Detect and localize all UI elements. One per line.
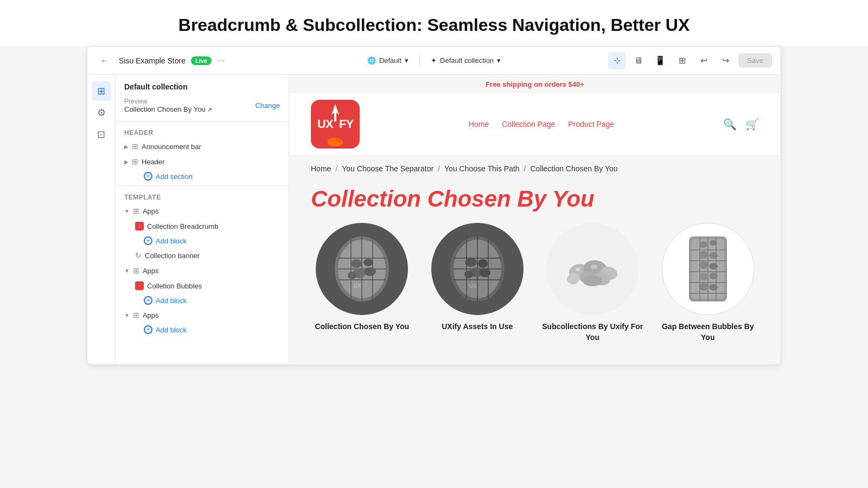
svg-point-60 [699, 261, 709, 269]
preview-info: Preview Collection Chosen By You ↗ [124, 98, 212, 113]
divider [419, 55, 420, 67]
preview-row: Preview Collection Chosen By You ↗ Chang… [116, 95, 289, 119]
breadcrumb-current: Collection Chosen By You [530, 164, 617, 173]
apps-2-item[interactable]: ▼ ⊞ Apps [116, 263, 289, 278]
product-card-3[interactable]: Subcollections By Uxify For You [541, 223, 644, 343]
announcement-bar-item[interactable]: ▶ ⊞ Announcement bar [116, 139, 289, 154]
save-button[interactable]: Save [738, 53, 772, 68]
add-block-1-button[interactable]: + Add block [116, 234, 289, 248]
external-link-icon: ↗ [207, 106, 212, 113]
nav-home[interactable]: Home [469, 120, 489, 129]
breadcrumb-sep-3: / [524, 164, 526, 173]
sidebar-divider-1 [116, 121, 289, 121]
stone-cage-svg-1: UX [329, 231, 394, 307]
svg-point-63 [709, 273, 718, 279]
grid-icon-apps1: ⊞ [133, 207, 139, 215]
search-nav-icon[interactable]: 🔍 [723, 118, 737, 131]
settings-icon-btn[interactable]: ⚙ [92, 103, 111, 123]
add-circle-icon: + [144, 172, 152, 181]
product-card-2[interactable]: UX UXify Assets In Use [426, 223, 529, 343]
main-preview: Free shipping on orders $40+ UX FY I [289, 75, 781, 364]
globe-icon: 🌐 [367, 56, 376, 65]
apps-1-item[interactable]: ▼ ⊞ Apps [116, 203, 289, 219]
preview-value-text: Collection Chosen By You [124, 105, 206, 113]
tall-cage-svg [681, 231, 735, 307]
chevron-down-icon: ▾ [405, 56, 409, 65]
cart-nav-icon[interactable]: 🛒 [745, 118, 759, 131]
product-name-3: Subcollections By Uxify For You [541, 322, 644, 343]
apps-icon-btn[interactable]: ⊡ [92, 125, 111, 144]
select-tool-button[interactable]: ⊹ [608, 52, 626, 69]
breadcrumb-part1[interactable]: You Choose The Separator [342, 164, 433, 173]
back-button[interactable]: ← [96, 52, 113, 69]
add-section-button[interactable]: + Add section [116, 169, 289, 183]
add-block-3-button[interactable]: + Add block [116, 323, 289, 337]
theme-dropdown[interactable]: 🌐 Default ▾ [363, 54, 413, 67]
nav-product[interactable]: Product Page [568, 120, 614, 129]
store-nav: Home Collection Page Product Page [469, 120, 614, 129]
chevron-right-icon: ▶ [124, 144, 129, 150]
desktop-view-button[interactable]: 🖥 [630, 52, 647, 69]
breadcrumb-part2[interactable]: You Choose This Path [444, 164, 520, 173]
template-section-label: Template [116, 188, 289, 203]
svg-point-17 [351, 259, 362, 268]
grid-icon-2: ⊞ [132, 157, 138, 166]
more-options-button[interactable]: ··· [217, 55, 225, 66]
change-link[interactable]: Change [255, 101, 280, 110]
product-name-1: Collection Chosen By You [311, 322, 413, 332]
apps-3-label: Apps [143, 311, 159, 319]
add-block-3-label: Add block [156, 326, 187, 334]
chevron-down-apps2: ▼ [124, 268, 130, 274]
announcement-text: Free shipping on orders $40+ [486, 80, 584, 88]
svg-point-34 [464, 271, 473, 278]
product-image-1: UX [316, 223, 408, 315]
mobile-view-button[interactable]: 📱 [652, 52, 669, 69]
collection-dropdown[interactable]: ✦ Default collection ▾ [426, 54, 505, 67]
product-card-1[interactable]: UX Collection Chosen By You [311, 223, 413, 343]
page-title-area: Breadcrumb & Subcollection: Seamless Nav… [0, 0, 868, 46]
product-card-4[interactable]: Gap Between Bubbles By You [657, 223, 760, 343]
collection-breadcrumb-item[interactable]: ↑ Collection Breadcrumb [116, 219, 289, 234]
store-nav-icons: 🔍 🛒 [723, 118, 759, 131]
announcement-bar-preview: Free shipping on orders $40+ [289, 75, 781, 93]
add-circle-2: + [144, 296, 152, 305]
breadcrumb-sep-2: / [438, 164, 440, 173]
grid-icon-apps3: ⊞ [133, 311, 139, 319]
theme-label: Default [379, 56, 401, 65]
sections-icon-btn[interactable]: ⊞ [92, 81, 111, 101]
apps-2-label: Apps [143, 267, 159, 275]
collection-banner-item[interactable]: ↻ Collection banner [116, 248, 289, 263]
product-image-4 [662, 223, 754, 315]
breadcrumb-nav: Home / You Choose The Separator / You Ch… [311, 164, 759, 173]
collection-bubbles-label: Colletion Bubbles [147, 282, 202, 290]
loop-icon: ↻ [135, 251, 142, 260]
breadcrumb-home[interactable]: Home [311, 164, 331, 173]
product-grid: UX Collection Chosen By You [289, 223, 781, 364]
grid-icon-1: ⊞ [132, 142, 138, 151]
collection-bubbles-item[interactable]: ↑ Colletion Bubbles [116, 278, 289, 293]
preview-label: Preview [124, 98, 212, 105]
tablet-view-button[interactable]: ⊞ [673, 52, 691, 69]
svg-point-56 [699, 241, 708, 248]
svg-point-18 [363, 259, 373, 266]
svg-point-43 [583, 275, 602, 286]
sidebar-section-title: Default collection [116, 75, 289, 95]
undo-button[interactable]: ↩ [695, 52, 712, 69]
add-block-2-button[interactable]: + Add block [116, 293, 289, 307]
announcement-bar-label: Announcement bar [142, 143, 201, 151]
nav-collection[interactable]: Collection Page [502, 120, 555, 129]
chevron-down-apps3: ▼ [124, 312, 130, 318]
chevron-down-icon-2: ▾ [497, 56, 501, 65]
svg-point-62 [699, 273, 709, 280]
sidebar-divider-2 [116, 185, 289, 186]
header-label: Header [142, 158, 165, 166]
sidebar-icons: ⊞ ⚙ ⊡ [87, 75, 116, 364]
preview-content: Free shipping on orders $40+ UX FY I [289, 75, 781, 364]
svg-point-21 [364, 267, 376, 276]
redo-button[interactable]: ↪ [717, 52, 734, 69]
svg-point-7 [327, 138, 336, 143]
breadcrumb-sep-1: / [335, 164, 337, 173]
collection-label: Default collection [440, 56, 494, 65]
apps-3-item[interactable]: ▼ ⊞ Apps [116, 307, 289, 323]
header-item[interactable]: ▶ ⊞ Header [116, 154, 289, 169]
